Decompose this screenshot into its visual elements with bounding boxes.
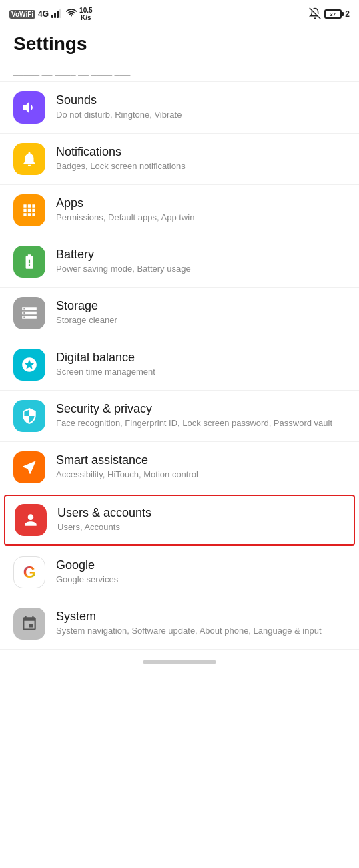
settings-item-sounds[interactable]: Sounds Do not disturb, Ringtone, Vibrate	[0, 82, 359, 134]
data-speed: 10.5K/s	[79, 7, 92, 21]
svg-rect-2	[57, 11, 59, 18]
page-title: Settings	[13, 33, 346, 55]
users-accounts-icon-wrapper	[15, 504, 47, 536]
smart-assistance-title: Smart assistance	[56, 453, 346, 467]
signal-bars	[51, 9, 63, 20]
status-bar: VoWiFi 4G 10.5K/s	[0, 0, 359, 27]
settings-item-apps[interactable]: Apps Permissions, Default apps, App twin	[0, 185, 359, 236]
svg-rect-1	[54, 13, 56, 18]
home-gesture-bar	[143, 660, 216, 664]
security-icon-wrapper	[13, 400, 45, 432]
digital-balance-icon-wrapper	[13, 349, 45, 381]
settings-list: Sounds Do not disturb, Ringtone, Vibrate…	[0, 82, 359, 650]
apps-subtitle: Permissions, Default apps, App twin	[56, 212, 346, 224]
battery-indicator: 37	[324, 9, 342, 19]
settings-item-users-accounts[interactable]: Users & accounts Users, Accounts	[4, 495, 355, 546]
bell-muted-icon	[309, 7, 321, 21]
apps-text: Apps Permissions, Default apps, App twin	[56, 196, 346, 224]
security-text: Security & privacy Face recognition, Fin…	[56, 402, 346, 429]
notifications-text: Notifications Badges, Lock screen notifi…	[56, 145, 346, 172]
battery-text: Battery Power saving mode, Battery usage	[56, 248, 346, 275]
users-accounts-text: Users & accounts Users, Accounts	[57, 506, 344, 533]
settings-item-digital-balance[interactable]: Digital balance Screen time management	[0, 339, 359, 391]
users-accounts-title: Users & accounts	[57, 506, 344, 520]
status-right: 37 2	[309, 7, 350, 21]
svg-rect-3	[59, 9, 61, 18]
partial-top-item: _____ __ ____ __ ____ ___	[0, 60, 359, 82]
storage-title: Storage	[56, 299, 346, 313]
smart-assistance-text: Smart assistance Accessibility, HiTouch,…	[56, 453, 346, 481]
battery-title: Battery	[56, 248, 346, 262]
svg-rect-0	[51, 15, 53, 18]
system-subtitle: System navigation, Software update, Abou…	[56, 625, 346, 637]
google-logo: G	[23, 563, 36, 582]
page-title-area: Settings	[0, 27, 359, 60]
digital-balance-text: Digital balance Screen time management	[56, 351, 346, 378]
google-text: Google Google services	[56, 558, 346, 586]
digital-balance-title: Digital balance	[56, 351, 346, 365]
storage-text: Storage Storage cleaner	[56, 299, 346, 327]
settings-item-smart-assistance[interactable]: Smart assistance Accessibility, HiTouch,…	[0, 442, 359, 493]
security-subtitle: Face recognition, Fingerprint ID, Lock s…	[56, 417, 346, 429]
security-title: Security & privacy	[56, 402, 346, 416]
notifications-title: Notifications	[56, 145, 346, 159]
notifications-subtitle: Badges, Lock screen notifications	[56, 160, 346, 172]
svg-line-4	[310, 7, 321, 19]
settings-item-google[interactable]: G Google Google services	[0, 547, 359, 598]
apps-icon-wrapper	[13, 194, 45, 226]
bottom-bar	[0, 650, 359, 670]
settings-item-security[interactable]: Security & privacy Face recognition, Fin…	[0, 391, 359, 442]
settings-item-battery[interactable]: Battery Power saving mode, Battery usage	[0, 236, 359, 288]
notifications-icon-wrapper	[13, 143, 45, 175]
settings-item-system[interactable]: System System navigation, Software updat…	[0, 598, 359, 650]
battery-subtitle: Power saving mode, Battery usage	[56, 263, 346, 275]
vowifi-indicator: VoWiFi	[9, 10, 35, 19]
sim-number: 2	[345, 9, 350, 19]
users-accounts-subtitle: Users, Accounts	[57, 521, 344, 533]
battery-icon-wrapper	[13, 246, 45, 278]
signal-strength: 4G	[38, 9, 49, 19]
google-icon-wrapper: G	[13, 556, 45, 588]
system-icon-wrapper	[13, 608, 45, 640]
sounds-subtitle: Do not disturb, Ringtone, Vibrate	[56, 109, 346, 121]
sounds-icon-wrapper	[13, 91, 45, 124]
smart-assistance-subtitle: Accessibility, HiTouch, Motion control	[56, 469, 346, 481]
digital-balance-subtitle: Screen time management	[56, 366, 346, 378]
settings-item-notifications[interactable]: Notifications Badges, Lock screen notifi…	[0, 134, 359, 185]
google-subtitle: Google services	[56, 574, 346, 586]
status-left: VoWiFi 4G 10.5K/s	[9, 7, 93, 21]
storage-icon-wrapper	[13, 297, 45, 329]
storage-subtitle: Storage cleaner	[56, 314, 346, 327]
system-title: System	[56, 610, 346, 624]
settings-item-storage[interactable]: Storage Storage cleaner	[0, 288, 359, 339]
apps-title: Apps	[56, 196, 346, 210]
system-text: System System navigation, Software updat…	[56, 610, 346, 637]
wifi-icon	[66, 9, 77, 19]
battery-level: 37	[330, 11, 336, 17]
sounds-title: Sounds	[56, 93, 346, 107]
sounds-text: Sounds Do not disturb, Ringtone, Vibrate	[56, 93, 346, 121]
smart-assistance-icon-wrapper	[13, 451, 45, 483]
google-title: Google	[56, 558, 346, 572]
